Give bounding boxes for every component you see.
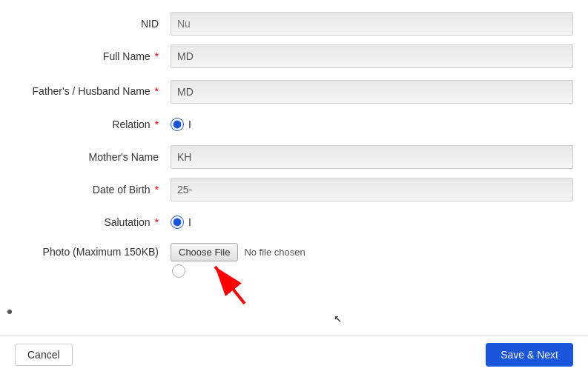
full-name-label: Full Name * [15, 50, 171, 63]
relation-label: Relation * [15, 118, 171, 131]
dob-input[interactable] [171, 178, 573, 201]
relation-radio-label: I [188, 118, 191, 130]
salutation-row: Salutation * I [0, 206, 588, 238]
file-section: Choose File No file chosen [171, 243, 305, 261]
cancel-button[interactable]: Cancel [15, 344, 73, 366]
mothers-name-input[interactable] [171, 145, 573, 169]
required-indicator-3: * [155, 118, 159, 130]
required-indicator-5: * [155, 216, 159, 228]
required-indicator: * [155, 50, 159, 62]
relation-radio[interactable] [171, 118, 184, 131]
salutation-radio[interactable] [171, 216, 184, 229]
choose-file-button[interactable]: Choose File [171, 243, 238, 261]
form-container: NID Full Name * Father's / Husband Name … [0, 0, 588, 374]
father-husband-row: Father's / Husband Name * [0, 73, 588, 108]
salutation-radio-group: I [171, 216, 191, 229]
relation-row: Relation * I [0, 108, 588, 141]
photo-row: Photo (Maximum 150KB) Choose File No fil… [0, 238, 588, 285]
photo-label: Photo (Maximum 150KB) [15, 245, 171, 258]
save-next-button[interactable]: Save & Next [486, 343, 573, 367]
dob-row: Date of Birth * [0, 173, 588, 206]
mothers-name-label: Mother's Name [15, 150, 171, 164]
relation-radio-group: I [171, 118, 191, 131]
nid-row: NID [0, 7, 588, 40]
dot-indicator [7, 310, 12, 314]
required-indicator-2: * [155, 85, 159, 97]
mothers-name-row: Mother's Name [0, 141, 588, 173]
cursor-pointer: ↖ [334, 310, 342, 325]
footer: Cancel Save & Next [0, 335, 588, 374]
nid-label: NID [15, 17, 171, 30]
full-name-input[interactable] [171, 44, 573, 68]
full-name-row: Full Name * [0, 40, 588, 73]
help-icon[interactable] [172, 264, 185, 278]
no-file-text: No file chosen [244, 247, 305, 258]
salutation-label: Salutation * [15, 216, 171, 229]
required-indicator-4: * [155, 184, 159, 196]
dob-label: Date of Birth * [15, 183, 171, 196]
father-husband-label: Father's / Husband Name * [15, 80, 171, 98]
father-husband-input[interactable] [171, 80, 573, 104]
nid-input[interactable] [171, 12, 573, 36]
salutation-radio-label: I [188, 216, 191, 228]
